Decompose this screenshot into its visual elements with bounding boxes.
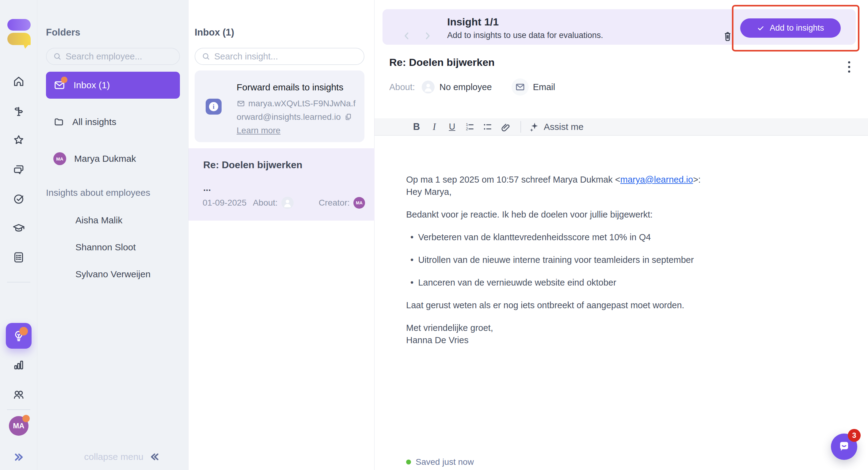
- inbox-item-selected[interactable]: Re: Doelen bijwerken ... 01-09-2025 Abou…: [188, 148, 375, 221]
- goals-icon[interactable]: [12, 191, 26, 206]
- expand-menu-icon[interactable]: [12, 451, 25, 465]
- conversations-icon[interactable]: [12, 162, 26, 177]
- editor-toolbar: B I U 12 Assist me: [375, 118, 868, 136]
- inbox-item-preview: ...: [203, 183, 211, 193]
- signpost-icon[interactable]: [12, 104, 26, 118]
- toolbar-divider: [521, 121, 521, 133]
- email-detail-view: Insight 1/1 Add to insights to use data …: [375, 0, 868, 470]
- home-icon[interactable]: [12, 74, 26, 88]
- notes-icon[interactable]: [12, 250, 26, 264]
- about-value[interactable]: No employee: [439, 82, 492, 92]
- reports-chart-icon[interactable]: [12, 358, 26, 372]
- add-to-insights-button[interactable]: Add to insights: [740, 19, 841, 38]
- add-to-insights-label: Add to insights: [770, 23, 824, 33]
- rail-divider: [7, 282, 30, 282]
- save-status: Saved just now: [406, 457, 474, 467]
- inbox-item-title: Re: Doelen bijwerken: [203, 159, 303, 171]
- saved-green-dot: [406, 460, 411, 465]
- sidebar-item-shannon-sloot[interactable]: Shannon Sloot: [46, 237, 180, 258]
- email-bullet-item: Verbeteren van de klanttevredenheidsscor…: [406, 231, 835, 243]
- logo-purple-bar: [7, 19, 31, 31]
- chevron-left-icon: [402, 31, 412, 41]
- employee-name: Sylvano Verweijen: [75, 269, 151, 279]
- employee-search-input[interactable]: [66, 52, 173, 62]
- sidebar-item-inbox[interactable]: Inbox (1): [46, 72, 180, 99]
- delete-insight-button[interactable]: [720, 29, 735, 43]
- insight-counter: Insight 1/1: [447, 16, 499, 28]
- email-paragraph: Laat gerust weten als er nog iets ontbre…: [406, 299, 835, 311]
- insights-notification-dot: [19, 327, 28, 336]
- search-icon: [53, 52, 62, 61]
- chat-support-button[interactable]: 3: [831, 434, 857, 460]
- folder-icon: [53, 117, 64, 127]
- email-meta-row: About: No employee Email: [389, 79, 555, 96]
- email-address-link[interactable]: marya@learned.io: [620, 175, 693, 184]
- inbox-label: Inbox (1): [73, 80, 110, 90]
- prev-insight-button[interactable]: [400, 29, 414, 43]
- insights-lightbulb-icon[interactable]: [6, 323, 32, 349]
- avatar-notification-dot: [22, 415, 30, 422]
- email-paragraph: Met vriendelijke groet,Hanna De Vries: [406, 322, 835, 346]
- creator-label: Creator:: [319, 198, 350, 208]
- sidebar-item-marya-dukmak[interactable]: MA Marya Dukmak: [46, 149, 180, 168]
- assist-me-button[interactable]: Assist me: [528, 121, 584, 132]
- forward-card-title: Forward emails to insights: [237, 82, 359, 93]
- underline-button[interactable]: U: [444, 120, 460, 134]
- email-type-icon: [512, 79, 529, 96]
- members-users-icon[interactable]: [12, 387, 26, 401]
- user-avatar-initials: MA: [13, 421, 24, 430]
- no-employee-avatar[interactable]: [422, 81, 435, 93]
- email-body[interactable]: Op ma 1 sep 2025 om 10:57 schreef Marya …: [406, 174, 835, 357]
- insight-search: [195, 48, 365, 65]
- info-icon: i: [206, 99, 222, 115]
- employee-search: [46, 48, 180, 65]
- avatar: MA: [53, 152, 66, 165]
- sidebar-item-aisha-malik[interactable]: Aisha Malik: [46, 210, 180, 231]
- inbox-list-panel: Inbox (1) i Forward emails to insights m…: [188, 0, 375, 470]
- next-insight-button[interactable]: [421, 29, 435, 43]
- avatar: [53, 240, 67, 254]
- trash-icon: [721, 30, 734, 42]
- email-paragraph: Bedankt voor je reactie. Ik heb de doele…: [406, 208, 835, 221]
- check-icon: [757, 24, 765, 32]
- bold-button[interactable]: B: [409, 120, 424, 134]
- learned-logo: [7, 19, 31, 45]
- logo-yellow-bubble: [7, 33, 31, 45]
- chat-unread-badge: 3: [848, 429, 861, 442]
- email-type-label: Email: [533, 82, 555, 92]
- user-avatar[interactable]: MA: [9, 416, 29, 436]
- inbox-mail-icon: [53, 79, 66, 91]
- forward-emails-card: i Forward emails to insights marya.wXQvL…: [195, 70, 365, 142]
- link-icon: [500, 121, 511, 132]
- forward-email-part1: marya.wXQvLtS-F9NJwNa.f: [248, 99, 355, 108]
- mail-icon: [237, 99, 245, 108]
- insight-search-input[interactable]: [214, 52, 358, 62]
- sidebar-item-sylvano-verweijen[interactable]: Sylvano Verweijen: [46, 263, 180, 285]
- learn-more-link[interactable]: Learn more: [237, 126, 280, 135]
- italic-button[interactable]: I: [427, 120, 442, 134]
- ordered-list-button[interactable]: 12: [462, 120, 477, 134]
- link-button[interactable]: [498, 120, 513, 134]
- app-root: MA Folders Inbox (1) All insights MA Mar: [0, 0, 868, 470]
- folder-user-label: Marya Dukmak: [74, 154, 136, 164]
- assist-me-label: Assist me: [544, 122, 584, 132]
- creator-avatar: MA: [353, 197, 365, 209]
- collapse-menu-button[interactable]: collapse menu: [84, 451, 161, 463]
- icon-rail: MA: [0, 0, 37, 470]
- save-status-label: Saved just now: [415, 457, 474, 467]
- star-icon[interactable]: [12, 133, 26, 147]
- employee-name: Aisha Malik: [75, 215, 122, 225]
- collapse-menu-label: collapse menu: [84, 451, 144, 462]
- rail-divider: [7, 409, 30, 410]
- email-bullet-item: Lanceren van de vernieuwde website eind …: [406, 276, 835, 289]
- sparkle-icon: [528, 121, 539, 132]
- folders-panel: Folders Inbox (1) All insights MA Marya …: [37, 0, 188, 470]
- email-bullet-item: Uitrollen van de nieuwe interne training…: [406, 254, 835, 266]
- more-options-button[interactable]: [843, 59, 855, 75]
- sidebar-item-all-insights[interactable]: All insights: [46, 112, 180, 132]
- inbox-panel-title: Inbox (1): [195, 27, 234, 38]
- copy-icon[interactable]: [344, 113, 352, 121]
- bullet-list-button[interactable]: [480, 120, 495, 134]
- academy-icon[interactable]: [12, 221, 26, 235]
- avatar: [53, 213, 67, 227]
